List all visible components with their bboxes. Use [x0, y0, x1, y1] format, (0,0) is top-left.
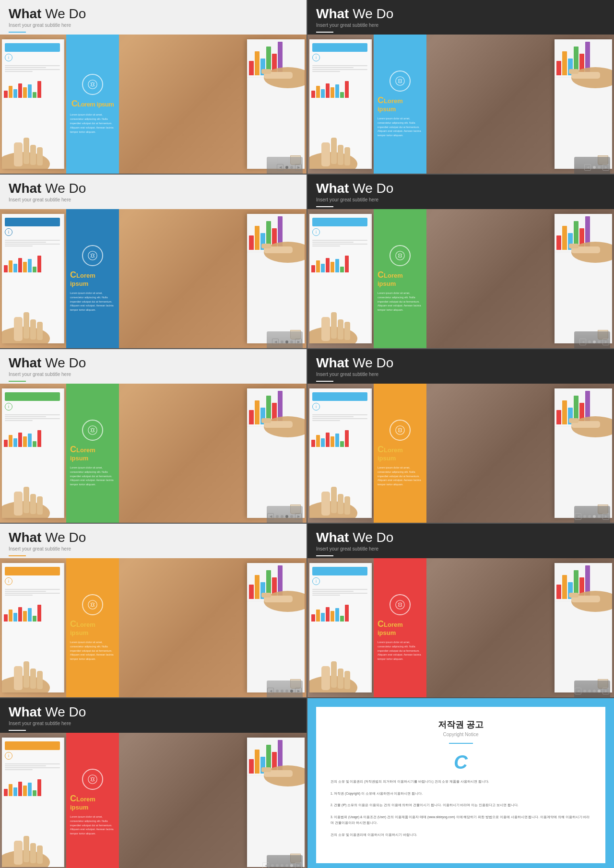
slide-1-title-bold: What — [9, 6, 41, 21]
svg-rect-13 — [344, 147, 350, 165]
slide-2-subtitle: Insert your great subtitle here — [316, 23, 605, 28]
svg-rect-57 — [30, 669, 36, 689]
panel-lorem: CLorem ipsum — [378, 95, 423, 113]
svg-rect-47 — [331, 487, 337, 513]
svg-rect-38 — [24, 487, 29, 513]
slide-9: What We Do Insert your great subtitle he… — [0, 698, 307, 868]
slide-3-header: What We Do Insert your great subtitle he… — [0, 175, 307, 204]
svg-rect-76 — [37, 845, 43, 864]
svg-rect-46 — [321, 492, 330, 516]
slide-10-copyright: 저작권 공고 Copyright Notice C 건의 소유 및 이용권리 (… — [307, 698, 614, 868]
info-icon: i — [312, 54, 320, 61]
slide-3-content: i — [0, 209, 307, 348]
slide-2-title: What We Do — [316, 7, 605, 22]
svg-rect-40 — [37, 496, 43, 515]
slide-2: What We Do Insert your great subtitle he… — [307, 0, 614, 174]
slide-2-title-regular: We Do — [349, 6, 393, 21]
svg-rect-3 — [30, 145, 36, 165]
panel-lorem-text: Lorem ipsum dolor sit amet, consectetur … — [70, 113, 115, 134]
svg-rect-28 — [321, 317, 330, 341]
copyright-body: 건의 소유 및 이용권리 (저작권법의 의거하여 이용하시기를 바랍니다.) 건… — [331, 779, 591, 838]
copyright-logo: C — [454, 751, 468, 773]
svg-rect-80 — [261, 767, 271, 772]
paper-lines — [309, 63, 370, 74]
panel-icon — [390, 70, 411, 92]
svg-rect-20 — [24, 312, 29, 339]
slide-2-nav: ◀ ▶ — [584, 164, 609, 171]
svg-point-77 — [88, 775, 97, 784]
svg-rect-30 — [338, 319, 343, 340]
svg-point-23 — [88, 251, 97, 260]
paper-lines — [2, 63, 63, 74]
svg-rect-31 — [344, 322, 350, 340]
slide-3: What We Do Insert your great subtitle he… — [0, 175, 307, 348]
slide-3-title: What We Do — [9, 181, 298, 196]
paper-bars — [309, 74, 370, 98]
nav-dot-2 — [598, 166, 601, 169]
svg-rect-17 — [569, 69, 579, 74]
slide-8: What We Do Insert your great subtitle he… — [307, 524, 614, 697]
nav-dot-1 — [285, 166, 288, 169]
slide-7: What We Do Insert your great subtitle he… — [0, 524, 307, 697]
svg-point-32 — [396, 251, 404, 260]
slide-1-nav: ◀ ▶ — [277, 164, 302, 171]
svg-rect-21 — [30, 319, 36, 340]
info-icon: i — [5, 54, 12, 61]
slide-6: What We Do Insert your great subtitle he… — [307, 349, 614, 523]
svg-rect-53 — [569, 418, 579, 423]
svg-point-68 — [396, 600, 404, 609]
paper-header — [5, 43, 60, 52]
svg-rect-71 — [569, 593, 579, 598]
svg-rect-56 — [24, 661, 29, 688]
paper-header — [312, 43, 367, 52]
panel-icon — [82, 74, 103, 95]
svg-point-41 — [88, 426, 97, 434]
svg-rect-73 — [14, 841, 23, 865]
svg-rect-26 — [261, 244, 271, 248]
slide-2-divider — [316, 32, 333, 33]
svg-rect-48 — [338, 494, 343, 514]
slide-2-header: What We Do Insert your great subtitle he… — [307, 0, 614, 30]
hand-left-svg — [309, 128, 365, 169]
nav-dot-2 — [290, 166, 293, 169]
slide-1-paper-left: i — [2, 39, 64, 169]
svg-rect-75 — [30, 843, 36, 863]
slide-1-divider — [9, 32, 26, 33]
nav-next[interactable]: ▶ — [602, 164, 609, 171]
slide-2-title-bold: What — [316, 6, 349, 21]
svg-rect-64 — [321, 666, 330, 690]
svg-rect-29 — [331, 312, 337, 339]
svg-rect-67 — [344, 671, 350, 689]
copyright-title-en: Copyright Notice — [443, 732, 479, 737]
slide-3-divider — [9, 206, 26, 207]
svg-point-5 — [88, 80, 97, 89]
svg-rect-55 — [14, 666, 23, 690]
paper-bars — [2, 74, 63, 98]
slide-2-content: i — [307, 35, 614, 174]
slide-1-subtitle: Insert your great subtitle here — [9, 23, 298, 28]
panel-lorem: CLorem ipsum — [71, 99, 114, 109]
svg-rect-58 — [37, 671, 43, 689]
hand-right-svg — [567, 59, 612, 97]
nav-prev[interactable]: ◀ — [277, 164, 283, 171]
tools-icon — [87, 79, 98, 90]
nav-prev[interactable]: ◀ — [584, 164, 591, 171]
svg-rect-49 — [344, 496, 350, 515]
svg-rect-74 — [24, 836, 29, 862]
nav-next[interactable]: ▶ — [295, 164, 302, 171]
hand-left-svg — [2, 128, 57, 169]
panel-text: Lorem ipsum dolor sit amet, consectetur … — [378, 117, 423, 138]
svg-rect-44 — [261, 418, 271, 423]
svg-rect-12 — [338, 145, 343, 165]
svg-point-50 — [396, 426, 404, 434]
slide-1-content: i — [0, 35, 307, 174]
svg-rect-62 — [261, 593, 271, 598]
svg-rect-65 — [331, 661, 337, 688]
slide-5: What We Do Insert your great subtitle he… — [0, 349, 307, 523]
svg-rect-19 — [14, 317, 23, 341]
svg-rect-66 — [338, 669, 343, 689]
nav-dot-1 — [593, 166, 596, 169]
svg-rect-8 — [261, 69, 271, 74]
slide-2-paper-left: i — [309, 39, 372, 169]
svg-rect-10 — [321, 142, 330, 166]
